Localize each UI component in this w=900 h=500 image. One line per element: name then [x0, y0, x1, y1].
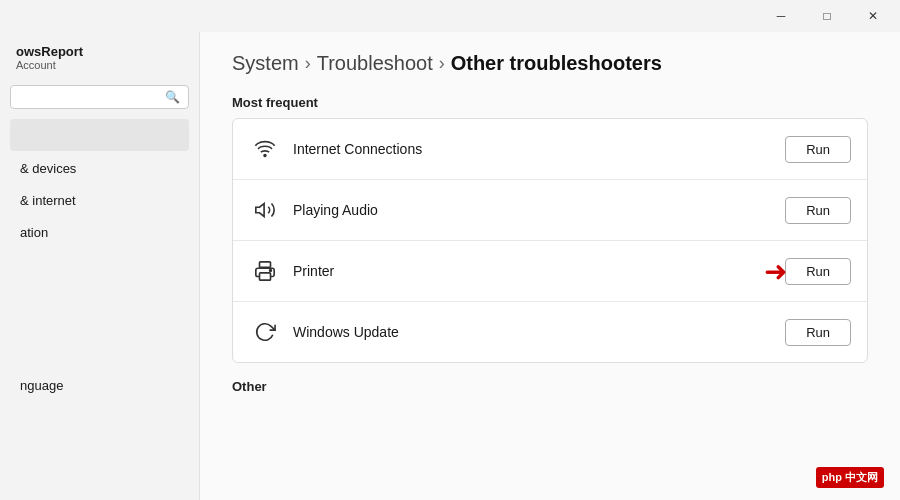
brand-title: owsReport — [16, 44, 183, 59]
main-content: System › Troubleshoot › Other troublesho… — [200, 32, 900, 500]
title-bar: ─ □ ✕ — [0, 0, 900, 32]
sidebar-item-language[interactable]: nguage — [4, 370, 195, 401]
update-name: Windows Update — [293, 324, 785, 340]
search-box[interactable]: 🔍 — [10, 85, 189, 109]
nav-placeholder — [10, 119, 189, 151]
php-badge: php 中文网 — [816, 467, 884, 488]
breadcrumb-current: Other troubleshooters — [451, 52, 662, 75]
printer-run-button[interactable]: Run — [785, 258, 851, 285]
audio-icon — [249, 194, 281, 226]
section-most-frequent: Most frequent — [232, 95, 868, 110]
printer-name: Printer — [293, 263, 785, 279]
breadcrumb-sep1: › — [305, 53, 311, 74]
breadcrumb-sep2: › — [439, 53, 445, 74]
audio-name: Playing Audio — [293, 202, 785, 218]
ts-item-internet: Internet Connections Run — [233, 119, 867, 180]
sidebar-item-ation[interactable]: ation — [4, 217, 195, 248]
brand: owsReport Account — [0, 40, 199, 79]
close-button[interactable]: ✕ — [850, 0, 896, 32]
breadcrumb-system: System — [232, 52, 299, 75]
ts-item-update: Windows Update Run — [233, 302, 867, 362]
update-icon — [249, 316, 281, 348]
ts-item-printer: Printer ➜ Run — [233, 241, 867, 302]
window-controls: ─ □ ✕ — [758, 0, 896, 32]
internet-icon — [249, 133, 281, 165]
search-icon: 🔍 — [165, 90, 180, 104]
svg-point-4 — [270, 270, 272, 272]
troubleshooter-list: Internet Connections Run Playing Audio R… — [232, 118, 868, 363]
internet-name: Internet Connections — [293, 141, 785, 157]
audio-run-button[interactable]: Run — [785, 197, 851, 224]
brand-sub: Account — [16, 59, 183, 71]
breadcrumb-troubleshoot: Troubleshoot — [317, 52, 433, 75]
svg-rect-2 — [260, 262, 271, 268]
sidebar-item-devices[interactable]: & devices — [4, 153, 195, 184]
update-run-button[interactable]: Run — [785, 319, 851, 346]
internet-run-button[interactable]: Run — [785, 136, 851, 163]
app-body: owsReport Account 🔍 & devices & internet… — [0, 32, 900, 500]
svg-marker-1 — [256, 204, 264, 217]
minimize-button[interactable]: ─ — [758, 0, 804, 32]
printer-icon — [249, 255, 281, 287]
sidebar-item-internet[interactable]: & internet — [4, 185, 195, 216]
svg-point-0 — [264, 155, 266, 157]
maximize-button[interactable]: □ — [804, 0, 850, 32]
sidebar: owsReport Account 🔍 & devices & internet… — [0, 32, 200, 500]
svg-rect-3 — [260, 273, 271, 280]
breadcrumb: System › Troubleshoot › Other troublesho… — [232, 52, 868, 75]
ts-item-audio: Playing Audio Run — [233, 180, 867, 241]
section-other: Other — [232, 379, 868, 394]
